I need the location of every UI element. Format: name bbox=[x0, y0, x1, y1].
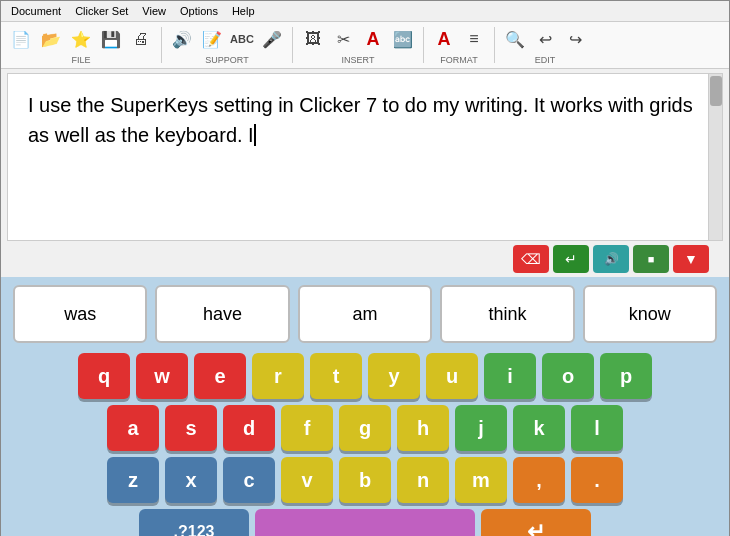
edit-label: EDIT bbox=[535, 55, 556, 65]
toolbar-edit-group: 🔍 ↩ ↪ EDIT bbox=[501, 25, 589, 65]
editor-text: I use the SuperKeys setting in Clicker 7… bbox=[28, 90, 702, 150]
speak-button[interactable]: 🔊 bbox=[593, 245, 629, 273]
insert-label: INSERT bbox=[342, 55, 375, 65]
key-period[interactable]: . bbox=[571, 457, 623, 503]
key-o[interactable]: o bbox=[542, 353, 594, 399]
menu-bar: Document Clicker Set View Options Help bbox=[1, 1, 729, 22]
key-d[interactable]: d bbox=[223, 405, 275, 451]
word-am[interactable]: am bbox=[298, 285, 432, 343]
key-p[interactable]: p bbox=[600, 353, 652, 399]
scrollbar[interactable] bbox=[708, 74, 722, 240]
main-area: I use the SuperKeys setting in Clicker 7… bbox=[1, 69, 729, 536]
key-b[interactable]: b bbox=[339, 457, 391, 503]
key-h[interactable]: h bbox=[397, 405, 449, 451]
key-g[interactable]: g bbox=[339, 405, 391, 451]
key-k[interactable]: k bbox=[513, 405, 565, 451]
key-w[interactable]: w bbox=[136, 353, 188, 399]
key-a[interactable]: a bbox=[107, 405, 159, 451]
menu-document[interactable]: Document bbox=[5, 3, 67, 19]
text-format-button[interactable]: 🔤 bbox=[389, 25, 417, 53]
favorites-button[interactable]: ⭐ bbox=[67, 25, 95, 53]
toolbar-format-group: A ≡ FORMAT bbox=[430, 25, 488, 65]
key-t[interactable]: t bbox=[310, 353, 362, 399]
menu-help[interactable]: Help bbox=[226, 3, 261, 19]
speaker-button[interactable]: 🔊 bbox=[168, 25, 196, 53]
key-i[interactable]: i bbox=[484, 353, 536, 399]
image-button[interactable]: 🖼 bbox=[299, 25, 327, 53]
open-file-button[interactable]: 📂 bbox=[37, 25, 65, 53]
scissor-button[interactable]: ✂ bbox=[329, 25, 357, 53]
keyboard-area: was have am think know q w e r t y u i bbox=[1, 277, 729, 536]
font-button[interactable]: A bbox=[359, 25, 387, 53]
key-f[interactable]: f bbox=[281, 405, 333, 451]
menu-clicker-set[interactable]: Clicker Set bbox=[69, 3, 134, 19]
enter-action-button[interactable]: ↵ bbox=[553, 245, 589, 273]
key-m[interactable]: m bbox=[455, 457, 507, 503]
key-z[interactable]: z bbox=[107, 457, 159, 503]
font-size-button[interactable]: A bbox=[430, 25, 458, 53]
align-button[interactable]: ≡ bbox=[460, 25, 488, 53]
format-label: FORMAT bbox=[440, 55, 477, 65]
key-row-3: z x c v b n m , . bbox=[107, 457, 623, 503]
backspace-button[interactable]: ⌫ bbox=[513, 245, 549, 273]
file-label: FILE bbox=[71, 55, 90, 65]
key-s[interactable]: s bbox=[165, 405, 217, 451]
key-j[interactable]: j bbox=[455, 405, 507, 451]
editor-area[interactable]: I use the SuperKeys setting in Clicker 7… bbox=[7, 73, 723, 241]
key-comma[interactable]: , bbox=[513, 457, 565, 503]
key-row-4: .?123 ↵ bbox=[139, 509, 591, 536]
key-numbers[interactable]: .?123 bbox=[139, 509, 249, 536]
menu-options[interactable]: Options bbox=[174, 3, 224, 19]
key-row-1: q w e r t y u i o p bbox=[78, 353, 652, 399]
key-n[interactable]: n bbox=[397, 457, 449, 503]
print-button[interactable]: 🖨 bbox=[127, 25, 155, 53]
key-space[interactable] bbox=[255, 509, 475, 536]
toolbar-support-group: 🔊 📝 ABC 🎤 SUPPORT bbox=[168, 25, 286, 65]
key-x[interactable]: x bbox=[165, 457, 217, 503]
menu-view[interactable]: View bbox=[136, 3, 172, 19]
key-y[interactable]: y bbox=[368, 353, 420, 399]
app-window: Document Clicker Set View Options Help 📄… bbox=[0, 0, 730, 536]
green-button[interactable]: ■ bbox=[633, 245, 669, 273]
undo-button[interactable]: ↩ bbox=[531, 25, 559, 53]
document-button[interactable]: 📝 bbox=[198, 25, 226, 53]
new-file-button[interactable]: 📄 bbox=[7, 25, 35, 53]
key-c[interactable]: c bbox=[223, 457, 275, 503]
word-suggestion-row: was have am think know bbox=[13, 285, 717, 343]
toolbar: 📄 📂 ⭐ 💾 🖨 FILE 🔊 📝 ABC 🎤 SUPPORT 🖼 bbox=[1, 22, 729, 69]
key-u[interactable]: u bbox=[426, 353, 478, 399]
action-buttons-row: ⌫ ↵ 🔊 ■ ▼ bbox=[1, 245, 729, 273]
key-l[interactable]: l bbox=[571, 405, 623, 451]
key-e[interactable]: e bbox=[194, 353, 246, 399]
collapse-button[interactable]: ▼ bbox=[673, 245, 709, 273]
scrollbar-thumb[interactable] bbox=[710, 76, 722, 106]
support-label: SUPPORT bbox=[205, 55, 248, 65]
save-button[interactable]: 💾 bbox=[97, 25, 125, 53]
redo-button[interactable]: ↪ bbox=[561, 25, 589, 53]
toolbar-file-group: 📄 📂 ⭐ 💾 🖨 FILE bbox=[7, 25, 155, 65]
abc-button[interactable]: ABC bbox=[228, 25, 256, 53]
key-q[interactable]: q bbox=[78, 353, 130, 399]
key-row-2: a s d f g h j k l bbox=[107, 405, 623, 451]
word-know[interactable]: know bbox=[583, 285, 717, 343]
key-enter[interactable]: ↵ bbox=[481, 509, 591, 536]
text-cursor bbox=[254, 124, 256, 146]
word-was[interactable]: was bbox=[13, 285, 147, 343]
mic-button[interactable]: 🎤 bbox=[258, 25, 286, 53]
word-have[interactable]: have bbox=[155, 285, 289, 343]
key-v[interactable]: v bbox=[281, 457, 333, 503]
toolbar-insert-group: 🖼 ✂ A 🔤 INSERT bbox=[299, 25, 417, 65]
key-r[interactable]: r bbox=[252, 353, 304, 399]
keyboard-rows: q w e r t y u i o p a s d f g bbox=[13, 353, 717, 536]
search-button[interactable]: 🔍 bbox=[501, 25, 529, 53]
word-think[interactable]: think bbox=[440, 285, 574, 343]
